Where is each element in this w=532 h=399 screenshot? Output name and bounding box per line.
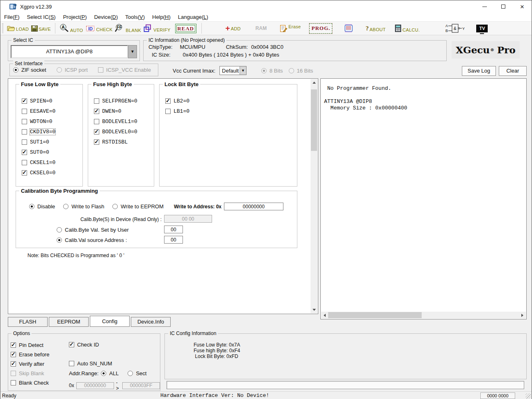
radio-write-to-flash[interactable]: Write to Flash xyxy=(63,203,104,210)
checkbox-eesave-0[interactable]: EESAVE=0 xyxy=(22,106,55,116)
maximize-button[interactable] xyxy=(494,0,513,13)
tab-device-info[interactable]: Device.Info xyxy=(131,317,171,327)
add-button[interactable]: + ADD xyxy=(224,25,242,32)
prog-button[interactable]: PROG. xyxy=(309,23,332,34)
checkbox-icon[interactable] xyxy=(11,342,16,348)
radio-calib-byte-val-set-by-user[interactable]: Calib.Byte Val. Set by User xyxy=(57,227,129,233)
checkbox-icon[interactable] xyxy=(11,380,16,385)
menu-item-project[interactable]: Project(P) xyxy=(59,14,91,20)
checkbox-verify-after[interactable]: Verify after xyxy=(11,359,49,369)
radio-icon[interactable] xyxy=(13,67,18,73)
checkbox-dwen-0[interactable]: DWEN=0 xyxy=(94,106,137,116)
chevron-down-icon[interactable]: ▼ xyxy=(240,66,246,75)
checkbox-pin-detect[interactable]: Pin Detect xyxy=(11,340,49,350)
logic-gate-button[interactable]: A B & Y xyxy=(444,22,466,34)
checkbox-icon[interactable] xyxy=(165,109,171,114)
radio-disable[interactable]: Disable xyxy=(29,203,55,210)
calib-source-input[interactable] xyxy=(164,236,183,244)
menu-item-language[interactable]: Language(L) xyxy=(174,14,212,20)
ic-combo[interactable]: ATTINY13A @DIP8 ▼ xyxy=(11,45,137,58)
ic-combo-value[interactable]: ATTINY13A @DIP8 xyxy=(11,45,128,58)
checkbox-icon[interactable] xyxy=(165,98,171,104)
tv-button[interactable]: TV xyxy=(475,24,489,33)
radio-icon[interactable] xyxy=(101,371,106,376)
checkbox-lb1-0[interactable]: LB1=0 xyxy=(165,106,190,116)
radio-write-to-eeprom[interactable]: Write to EEPROM xyxy=(112,203,164,210)
scroll-down-button[interactable] xyxy=(311,306,317,313)
save-log-button[interactable]: Save Log xyxy=(462,66,496,76)
checkbox-sut0-0[interactable]: SUT0=0 xyxy=(22,147,55,157)
clear-button[interactable]: Clear xyxy=(499,66,527,76)
calib-user-input[interactable] xyxy=(164,226,183,233)
load-button[interactable]: LOAD xyxy=(6,25,30,32)
radio-all[interactable]: ALL xyxy=(101,370,119,376)
radio-icon[interactable] xyxy=(29,204,34,209)
checkbox-icon[interactable] xyxy=(94,109,99,114)
close-button[interactable]: × xyxy=(513,0,532,13)
auto-button[interactable]: A AUTO xyxy=(58,23,84,34)
checkbox-blank-check[interactable]: Blank Check xyxy=(11,378,49,388)
radio-icon[interactable] xyxy=(63,204,68,209)
radio-icon[interactable] xyxy=(128,371,133,376)
scroll-left-button[interactable] xyxy=(321,312,328,319)
tab-eeprom[interactable]: EEPROM xyxy=(49,317,89,327)
checkbox-icon[interactable] xyxy=(22,119,27,124)
tab-flash[interactable]: FLASH xyxy=(8,317,48,327)
checkbox-icon[interactable] xyxy=(22,129,27,135)
radio-sect[interactable]: Sect xyxy=(128,370,146,376)
checkbox-cksel1-0[interactable]: CKSEL1=0 xyxy=(22,157,55,168)
save-button[interactable]: SAVE xyxy=(30,25,52,32)
checkbox-icon[interactable] xyxy=(11,361,16,367)
scroll-up-button[interactable] xyxy=(311,79,317,86)
vcc-select[interactable]: Default ▼ xyxy=(219,66,247,75)
checkbox-icon[interactable] xyxy=(69,361,74,366)
checkbox-auto-sn-num[interactable]: Auto SN_NUM xyxy=(69,360,112,367)
radio-zif-socket[interactable]: ZIF socket xyxy=(13,67,46,73)
scrollbar-thumb[interactable] xyxy=(328,312,422,318)
calculator-button[interactable]: CALCU. xyxy=(393,23,421,33)
checkbox-icon[interactable] xyxy=(22,160,27,165)
verify-button[interactable]: VERIFY xyxy=(142,23,172,33)
radio-icon[interactable] xyxy=(112,204,118,209)
checkbox-sut1-0[interactable]: SUT1=0 xyxy=(22,137,55,147)
erase-button[interactable]: Erase xyxy=(279,23,302,33)
checkbox-spien-0[interactable]: SPIEN=0 xyxy=(22,96,55,106)
checkbox-bodlevel0-0[interactable]: BODLEVEL0=0 xyxy=(94,127,137,137)
checkbox-icon[interactable] xyxy=(22,139,27,145)
ic-test-button[interactable] xyxy=(342,23,355,34)
checkbox-check-id[interactable]: Check ID xyxy=(69,342,99,348)
checkbox-icon[interactable] xyxy=(69,342,74,347)
checkbox-icon[interactable] xyxy=(22,150,27,155)
checkbox-rstdisbl[interactable]: RSTDISBL xyxy=(94,137,137,147)
resize-grip[interactable] xyxy=(525,393,531,399)
menu-item-device[interactable]: Device(D) xyxy=(90,14,121,20)
menu-item-select-ic[interactable]: Select IC(S) xyxy=(23,14,59,20)
scroll-right-button[interactable] xyxy=(519,312,526,319)
menu-item-help[interactable]: Help(H) xyxy=(148,14,174,20)
check-button[interactable]: ID CHECK xyxy=(84,24,114,33)
radio-icon[interactable] xyxy=(57,237,62,243)
menu-item-tools[interactable]: Tools(V) xyxy=(121,14,148,20)
checkbox-icon[interactable] xyxy=(11,352,16,357)
ic-combo-dropdown-button[interactable]: ▼ xyxy=(128,45,137,58)
write-address-input[interactable] xyxy=(224,203,283,210)
checkbox-bodlevel1-0[interactable]: BODLEVEL1=0 xyxy=(94,116,137,127)
checkbox-icon[interactable] xyxy=(94,129,99,135)
checkbox-lb2-0[interactable]: LB2=0 xyxy=(165,96,190,106)
checkbox-icon[interactable] xyxy=(22,170,27,176)
checkbox-selfprgen-0[interactable]: SELFPRGEN=0 xyxy=(94,96,137,106)
scrollbar-thumb[interactable] xyxy=(311,89,317,151)
tab-config[interactable]: Config xyxy=(90,316,130,327)
radio-calib-val-source-address[interactable]: Calib.Val source Address : xyxy=(57,237,127,243)
checkbox-erase-before[interactable]: Erase before xyxy=(11,350,49,359)
checkbox-icon[interactable] xyxy=(94,119,99,124)
menu-item-file[interactable]: File(F) xyxy=(0,14,23,20)
minimize-button[interactable] xyxy=(475,0,494,13)
checkbox-ckdiv8-0[interactable]: CKDIV8=0 xyxy=(22,127,55,137)
blank-button[interactable]: FF BLANK xyxy=(114,23,142,34)
checkbox-icon[interactable] xyxy=(22,98,27,104)
checkbox-icon[interactable] xyxy=(94,98,99,104)
vertical-scrollbar[interactable] xyxy=(311,79,317,313)
read-button[interactable]: READ xyxy=(175,24,196,33)
checkbox-cksel0-0[interactable]: CKSEL0=0 xyxy=(22,168,55,178)
